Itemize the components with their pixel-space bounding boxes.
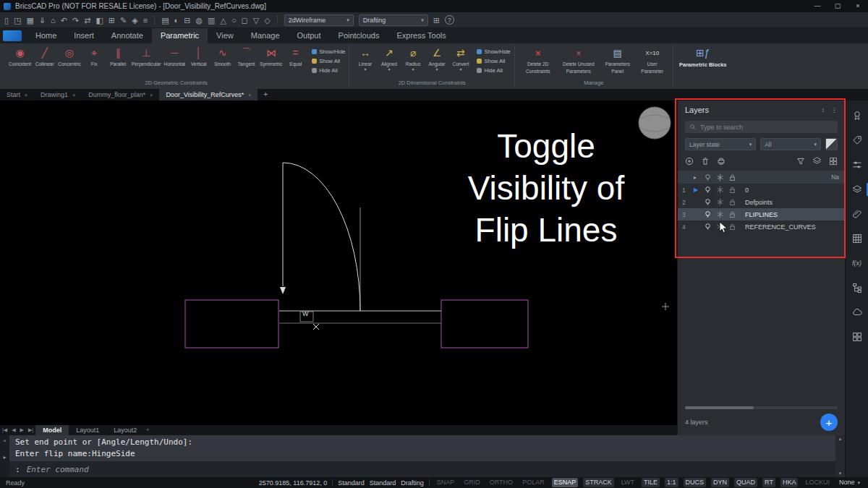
tab-parametric[interactable]: Parametric <box>152 28 208 43</box>
layer-lock-icon[interactable] <box>728 186 736 194</box>
smooth-button[interactable]: ∿Smooth <box>210 46 234 67</box>
status-column-icon[interactable]: ▸ <box>694 174 704 181</box>
layers-search[interactable] <box>685 121 838 133</box>
scroll-down-icon[interactable]: ▼ <box>838 471 843 476</box>
freeze-column-icon[interactable] <box>716 174 724 181</box>
application-button[interactable] <box>3 30 22 41</box>
shade-icon[interactable]: ◐ <box>174 13 179 27</box>
layer-state-dropdown[interactable]: Layer state <box>685 138 756 150</box>
layer-lock-icon[interactable] <box>728 198 736 206</box>
export-icon[interactable]: ⇓ <box>39 13 46 27</box>
toggle-lockui[interactable]: LOCKUI <box>803 478 832 487</box>
hatch-icon[interactable]: ▥ <box>208 13 215 27</box>
layers-panel-icon[interactable] <box>846 177 868 202</box>
tab-express-tools[interactable]: Express Tools <box>388 28 454 43</box>
convert-button[interactable]: ⇄Convert▾ <box>448 46 472 72</box>
command-prompt[interactable]: : Enter command <box>9 461 845 477</box>
toggle-esnap[interactable]: ESNAP <box>552 478 579 487</box>
vertical-button[interactable]: │Vertical <box>187 46 210 67</box>
toggle-rt[interactable]: RT <box>762 478 775 487</box>
command-gutter-arrow-icon[interactable]: ▸ <box>3 454 6 461</box>
close-command-history-icon[interactable]: × <box>3 437 7 444</box>
command-history[interactable]: Set end point or [Angle/Length/Undo]: En… <box>9 435 835 461</box>
tab-model[interactable]: Model <box>35 425 69 435</box>
user-parameter-button[interactable]: X=10UserParameter <box>636 46 669 74</box>
toggle-polar[interactable]: POLAR <box>520 478 547 487</box>
grid-icon[interactable]: ⊞ <box>109 13 115 27</box>
add-layout-button[interactable]: + <box>144 425 151 435</box>
tab-layout1[interactable]: Layout1 <box>69 425 106 435</box>
close-tab-icon[interactable]: × <box>25 93 27 98</box>
layer-row-0[interactable]: 1 ▶ 0 <box>678 184 845 196</box>
workspace-name[interactable]: Drafting <box>401 479 424 487</box>
toggle-dyn[interactable]: DYN <box>711 478 729 487</box>
geo-hide-all-button[interactable]: Hide All <box>312 67 345 74</box>
save-icon[interactable]: ▦ <box>26 13 33 27</box>
prev-layout-icon[interactable]: ◀ <box>9 425 17 435</box>
maximize-button[interactable]: ▢ <box>827 0 848 12</box>
structure-panel-icon[interactable] <box>846 275 868 300</box>
panel-menu-icon[interactable]: ⋮ <box>831 106 838 114</box>
properties-panel-icon[interactable] <box>846 103 868 128</box>
aligned-button[interactable]: ↗Aligned▾ <box>377 46 401 72</box>
lock-column-icon[interactable] <box>728 174 736 181</box>
panel-toggle-icon[interactable]: ⊞ <box>433 13 440 27</box>
layer-row-reference-curves[interactable]: 4 REFERENCE_CURVES <box>678 221 845 233</box>
new-tab-button[interactable]: + <box>258 89 273 100</box>
layer-states-icon[interactable] <box>812 156 822 166</box>
dim-show-all-button[interactable]: Show All <box>477 58 510 64</box>
command-scrollbar[interactable]: ▲ ▼ <box>835 435 845 477</box>
delete-layer-icon[interactable] <box>701 157 710 166</box>
angular-button[interactable]: ∠Angular▾ <box>425 46 448 72</box>
add-layer-icon[interactable] <box>685 157 694 166</box>
doc-tab-drawing1[interactable]: Drawing1× <box>34 89 82 100</box>
symmetric-button[interactable]: ⋈Symmetric <box>258 46 284 67</box>
layer-freeze-icon[interactable] <box>716 198 724 206</box>
toggle-ducs[interactable]: DUCS <box>684 478 707 487</box>
concentric-button[interactable]: ◎Concentric <box>56 46 82 67</box>
redo-icon[interactable]: ↷ <box>72 13 79 27</box>
perpendicular-button[interactable]: ⊥Perpendicular <box>130 46 163 67</box>
attachments-panel-icon[interactable] <box>846 202 868 226</box>
cloud-panel-icon[interactable] <box>846 300 868 325</box>
diamond-icon[interactable]: ◇ <box>264 13 270 27</box>
layer-on-icon[interactable] <box>704 210 712 218</box>
parametric-blocks-button[interactable]: ⊞ƒParametric Blocks <box>677 46 729 68</box>
minus-box-icon[interactable]: ⊟ <box>184 13 190 27</box>
view-icon[interactable]: ◧ <box>95 13 103 27</box>
last-layout-icon[interactable]: ▶| <box>26 425 35 435</box>
geo-show-hide-button[interactable]: Show/Hide <box>312 48 345 55</box>
tab-insert[interactable]: Insert <box>65 28 103 43</box>
gem-icon[interactable]: ◈ <box>132 13 137 27</box>
layer-lock-icon[interactable] <box>728 210 736 218</box>
close-tab-icon[interactable]: × <box>72 93 75 98</box>
toggle-grid[interactable]: GRID <box>461 478 482 487</box>
doc-tab-start[interactable]: Start× <box>0 89 34 100</box>
dim-show-hide-button[interactable]: Show/Hide <box>477 48 510 55</box>
doc-tab-dummy-floor-plan[interactable]: Dummy_floor_plan*× <box>82 89 159 100</box>
layer-freeze-icon[interactable] <box>716 223 724 231</box>
toggle-tile[interactable]: TILE <box>642 478 660 487</box>
scrollbar-thumb[interactable] <box>685 406 754 409</box>
layers-tool-icon[interactable]: ▤ <box>161 13 169 27</box>
first-layout-icon[interactable]: |◀ <box>0 425 9 435</box>
workspace-dropdown[interactable]: Drafting <box>359 14 428 26</box>
layer-row-fliplines[interactable]: 3 FLIPLINES <box>678 208 845 221</box>
layer-filter-dropdown[interactable]: All <box>760 138 821 150</box>
scroll-up-icon[interactable]: ▲ <box>838 437 843 441</box>
close-tab-icon[interactable]: × <box>248 93 251 98</box>
tab-view[interactable]: View <box>208 28 242 43</box>
tangent-button[interactable]: ⌒Tangent <box>234 46 258 67</box>
tab-home[interactable]: Home <box>27 28 65 43</box>
layer-freeze-icon[interactable] <box>716 210 724 218</box>
visual-style-dropdown[interactable]: 2dWireframe <box>284 14 354 26</box>
tab-output[interactable]: Output <box>289 28 330 43</box>
toggle-lwt[interactable]: LWT <box>619 478 637 487</box>
delete-2d-constraints-button[interactable]: ×Delete 2DConstraints <box>519 46 558 74</box>
blocks-panel-icon[interactable] <box>846 325 868 349</box>
toggle-hka[interactable]: HKA <box>780 478 799 487</box>
layer-row-defpoints[interactable]: 2 Defpoints <box>678 196 845 208</box>
filter-icon[interactable] <box>796 157 805 166</box>
linear-button[interactable]: ↔Linear▾ <box>353 46 377 72</box>
panel-expand-icon[interactable]: ↕ <box>822 106 825 114</box>
